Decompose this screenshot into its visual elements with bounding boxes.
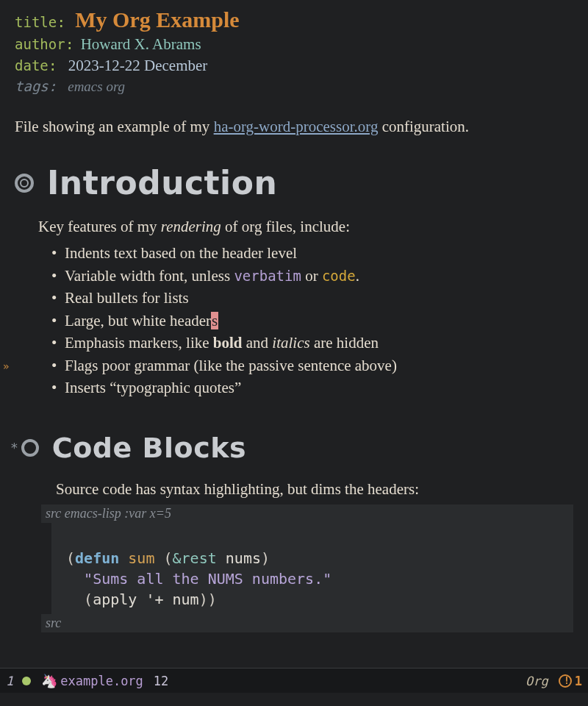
section2-lead: Source code has syntax highlighting, but… bbox=[56, 480, 573, 499]
intro-paragraph: File showing an example of my ha-org-wor… bbox=[15, 115, 573, 138]
list-item: Inserts “typographic quotes” bbox=[51, 377, 573, 399]
heading-introduction-text: Introduction bbox=[47, 164, 277, 202]
major-mode[interactable]: Org bbox=[526, 674, 548, 688]
list-item: Indents text based on the header level bbox=[51, 242, 573, 264]
code-text: code bbox=[322, 268, 356, 284]
unicorn-icon: 🦄 bbox=[41, 673, 57, 688]
src-block-end: src bbox=[41, 614, 573, 632]
modified-indicator-icon bbox=[22, 677, 31, 685]
meta-title-line: title: My Org Example bbox=[15, 7, 573, 32]
heading-introduction[interactable]: Introduction bbox=[15, 164, 573, 202]
features-list: Indents text based on the header level V… bbox=[38, 242, 573, 399]
src-block-body[interactable]: (defun sum (&rest nums) "Sums all the NU… bbox=[51, 523, 573, 614]
list-item: Variable width font, unless verbatim or … bbox=[51, 265, 573, 287]
window-number: 1 bbox=[6, 674, 13, 688]
line-number: 12 bbox=[154, 674, 168, 688]
meta-title-value: My Org Example bbox=[75, 7, 239, 32]
meta-date-line: date: 2023-12-22 December bbox=[15, 57, 573, 75]
list-item: Real bullets for lists bbox=[51, 287, 573, 309]
config-link[interactable]: ha-org-word-processor.org bbox=[214, 118, 379, 135]
section1-lead: Key features of my rendering of org file… bbox=[38, 218, 573, 236]
src-block-begin: src emacs-lisp :var x=5 bbox=[41, 504, 573, 523]
fringe-continuation-arrow-icon: » bbox=[3, 360, 9, 372]
list-item: Flags poor grammar (like the passive sen… bbox=[51, 354, 573, 377]
heading-star-icon: * bbox=[10, 440, 18, 455]
minibuffer[interactable] bbox=[0, 693, 588, 706]
text-cursor: s bbox=[211, 312, 218, 329]
meta-tags-line: tags: emacs org bbox=[15, 78, 573, 95]
meta-author-line: author: Howard X. Abrams bbox=[15, 35, 573, 54]
list-item: Large, but white headers bbox=[51, 310, 573, 332]
list-item: Emphasis markers, like bold and italics … bbox=[51, 332, 573, 354]
meta-tags-key: tags: bbox=[15, 78, 57, 94]
meta-date-key: date bbox=[15, 57, 49, 74]
meta-date-value: 2023-12-22 December bbox=[68, 57, 208, 74]
meta-author-value: Howard X. Abrams bbox=[81, 35, 201, 53]
meta-author-key: author bbox=[15, 36, 65, 52]
meta-tags-value: emacs org bbox=[68, 79, 125, 94]
meta-title-key: title bbox=[15, 14, 57, 30]
heading-bullet-icon bbox=[15, 174, 34, 193]
heading-code-blocks-text: Code Blocks bbox=[52, 432, 246, 464]
flycheck-indicator[interactable]: 1 bbox=[559, 674, 582, 688]
heading-bullet-icon bbox=[21, 439, 39, 457]
editor-buffer[interactable]: title: My Org Example author: Howard X. … bbox=[0, 0, 588, 640]
heading-code-blocks[interactable]: * Code Blocks bbox=[10, 432, 573, 464]
warning-icon bbox=[559, 674, 572, 688]
buffer-name[interactable]: example.org bbox=[60, 674, 143, 688]
modeline[interactable]: 1 🦄 example.org 12 Org 1 bbox=[0, 668, 588, 693]
verbatim-text: verbatim bbox=[234, 268, 301, 284]
